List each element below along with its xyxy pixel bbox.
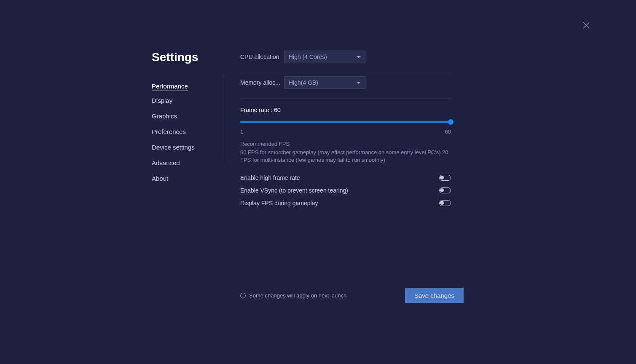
info-text: Some changes will apply on next launch [249, 292, 346, 299]
toggle-knob [440, 176, 444, 179]
cpu-allocation-label: CPU allocation [240, 54, 284, 60]
frame-rate-max: 60 [445, 128, 451, 135]
chevron-down-icon [357, 56, 361, 58]
toggle-knob [440, 201, 444, 205]
close-button[interactable] [582, 21, 590, 29]
sidebar-item-display[interactable]: Display [152, 94, 172, 107]
sidebar-item-device-settings[interactable]: Device settings [152, 141, 195, 153]
memory-allocation-select[interactable]: High(4 GB) [284, 76, 365, 89]
sidebar-item-advanced[interactable]: Advanced [152, 157, 180, 169]
toggle-vsync-label: Enable VSync (to prevent screen tearing) [240, 187, 348, 194]
sidebar: Settings Performance Display Graphics Pr… [152, 51, 223, 209]
memory-allocation-label: Memory alloc... [240, 79, 284, 86]
toggle-display-fps-label: Display FPS during gameplay [240, 200, 318, 206]
toggle-display-fps[interactable] [439, 200, 451, 206]
chevron-down-icon [357, 82, 361, 84]
sidebar-item-about[interactable]: About [152, 172, 168, 185]
toggle-vsync[interactable] [439, 187, 451, 193]
close-icon [582, 21, 590, 29]
save-changes-button[interactable]: Save changes [405, 288, 464, 303]
frame-rate-label: Frame rate : 60 [240, 107, 451, 113]
toggle-high-frame[interactable] [439, 175, 451, 181]
cpu-allocation-value: High (4 Cores) [289, 54, 327, 60]
sidebar-item-performance[interactable]: Performance [152, 80, 188, 91]
frame-rate-slider[interactable] [240, 119, 451, 125]
memory-allocation-value: High(4 GB) [289, 79, 318, 86]
toggle-knob [440, 188, 444, 192]
info-note: i Some changes will apply on next launch [240, 292, 346, 299]
recommended-fps-title: Recommended FPS [240, 141, 451, 147]
cpu-allocation-select[interactable]: High (4 Cores) [284, 51, 365, 63]
info-icon: i [240, 293, 246, 298]
sidebar-divider [224, 75, 224, 161]
toggle-high-frame-label: Enable high frame rate [240, 174, 300, 181]
slider-thumb[interactable] [448, 119, 454, 125]
slider-track [240, 121, 451, 123]
page-title: Settings [152, 51, 223, 64]
sidebar-item-preferences[interactable]: Preferences [152, 126, 186, 138]
content-panel: CPU allocation High (4 Cores) Memory all… [223, 51, 451, 209]
sidebar-item-graphics[interactable]: Graphics [152, 110, 177, 122]
frame-rate-min: 1 [240, 128, 243, 135]
recommended-fps-text: 60 FPS for smoother gameplay (may effect… [240, 149, 451, 164]
